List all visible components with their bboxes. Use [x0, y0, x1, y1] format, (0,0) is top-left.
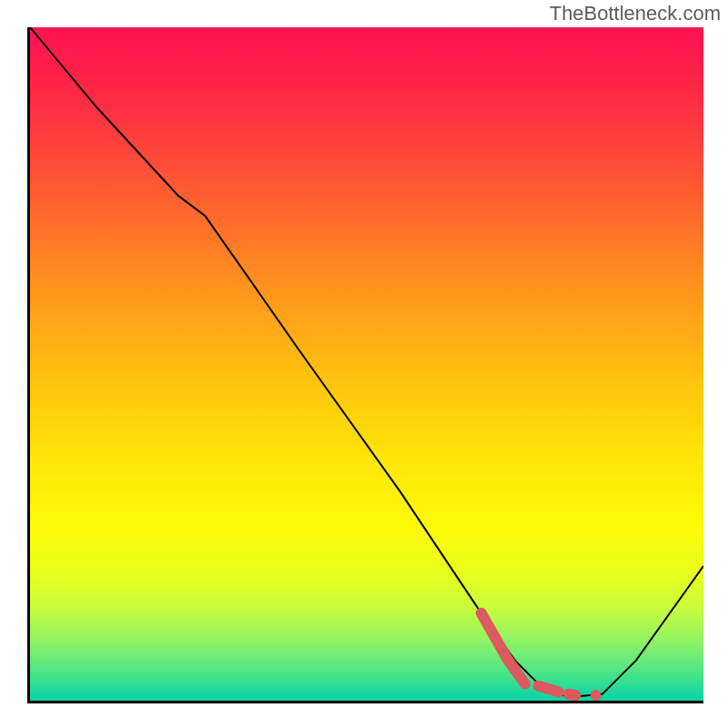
- bottleneck-curve: [30, 27, 703, 697]
- optimal-range-highlight: [481, 613, 602, 701]
- chart-overlay: [30, 27, 703, 701]
- plot-area: [27, 27, 703, 703]
- watermark-text: TheBottleneck.com: [550, 2, 721, 25]
- chart-container: TheBottleneck.com: [0, 0, 728, 728]
- svg-point-0: [591, 690, 602, 701]
